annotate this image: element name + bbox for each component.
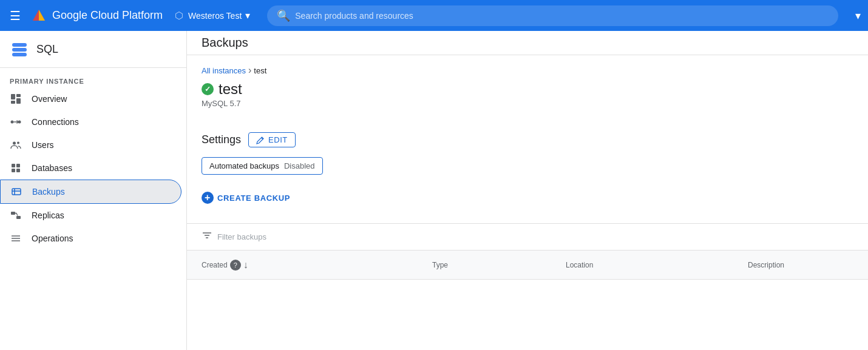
svg-rect-14: [12, 169, 15, 172]
search-bar[interactable]: 🔍: [267, 5, 838, 26]
table-area: Filter backups Created ? ↓ Type Location…: [187, 223, 868, 280]
svg-rect-12: [12, 164, 15, 167]
breadcrumb: All instances › test: [202, 65, 853, 76]
sidebar-item-label-connections: Connections: [32, 117, 79, 127]
hamburger-menu-icon[interactable]: ☰: [7, 6, 23, 25]
pill-label-automated-backups: Automated backups: [209, 161, 279, 170]
sidebar-item-label-backups: Backups: [32, 187, 65, 197]
sidebar-product-title: SQL: [36, 43, 58, 56]
instance-status-icon: [202, 83, 214, 95]
th-location: Location: [566, 261, 748, 269]
filter-bar[interactable]: Filter backups: [187, 224, 868, 251]
svg-rect-1: [12, 48, 27, 52]
breadcrumb-current: test: [254, 66, 266, 75]
svg-rect-15: [16, 169, 20, 172]
th-help-icon[interactable]: ?: [230, 260, 241, 271]
nav-app-title: Google Cloud Platform: [52, 9, 163, 22]
instance-name: test: [219, 81, 242, 98]
sidebar-item-label-overview: Overview: [32, 94, 67, 104]
svg-point-10: [13, 142, 16, 145]
sidebar-section-label: PRIMARY INSTANCE: [0, 68, 186, 87]
svg-rect-5: [16, 98, 21, 104]
sidebar-item-connections[interactable]: Connections: [0, 110, 181, 133]
th-description-label: Description: [748, 261, 784, 269]
users-icon: [10, 140, 22, 150]
breadcrumb-parent-link[interactable]: All instances: [202, 66, 246, 75]
gcp-logo-icon: [30, 7, 47, 24]
sidebar-item-label-users: Users: [32, 140, 54, 150]
svg-rect-19: [11, 212, 15, 215]
instance-version: MySQL 5.7: [202, 99, 853, 108]
sidebar: SQL PRIMARY INSTANCE Overview Connection…: [0, 31, 187, 350]
th-created-label: Created: [202, 261, 228, 269]
content-header: All instances › test test MySQL 5.7: [187, 55, 868, 123]
sidebar-item-label-operations: Operations: [32, 234, 73, 243]
svg-rect-3: [11, 94, 15, 99]
svg-point-11: [17, 142, 19, 144]
project-selector[interactable]: ⬡ Westeros Test ▾: [175, 10, 250, 21]
search-icon: 🔍: [277, 9, 290, 22]
main-layout: SQL PRIMARY INSTANCE Overview Connection…: [0, 31, 868, 350]
create-backup-button[interactable]: + CREATE BACKUP: [202, 187, 290, 209]
sql-logo-icon: [10, 39, 29, 59]
sidebar-item-replicas[interactable]: Replicas: [0, 204, 181, 227]
svg-rect-4: [16, 94, 21, 97]
nav-logo-area: Google Cloud Platform: [30, 7, 163, 24]
sidebar-item-overview[interactable]: Overview: [0, 87, 181, 110]
svg-rect-2: [12, 53, 27, 56]
filter-placeholder: Filter backups: [217, 232, 266, 241]
th-description: Description: [748, 261, 853, 269]
operations-icon: [10, 233, 22, 244]
section-title-row: Settings EDIT: [202, 132, 853, 147]
search-input[interactable]: [295, 11, 829, 21]
svg-rect-13: [16, 164, 20, 167]
pill-value-automated-backups: Disabled: [284, 161, 315, 170]
th-created: Created ? ↓: [202, 260, 432, 271]
sidebar-item-databases[interactable]: Databases: [0, 156, 181, 180]
svg-rect-16: [12, 189, 21, 195]
svg-point-7: [11, 121, 14, 124]
connections-icon: [10, 116, 22, 127]
edit-icon: [256, 136, 265, 144]
settings-section: Settings EDIT Automated backups Disabled: [187, 123, 868, 218]
instance-title-row: test: [202, 81, 853, 98]
svg-rect-0: [12, 43, 27, 47]
top-nav: ☰ Google Cloud Platform ⬡ Westeros Test …: [0, 0, 868, 31]
create-backup-icon: +: [202, 192, 214, 204]
sidebar-item-label-databases: Databases: [32, 163, 72, 173]
sidebar-item-users[interactable]: Users: [0, 133, 181, 156]
project-dropdown-icon: ▾: [245, 10, 250, 21]
sidebar-header: SQL: [0, 31, 186, 68]
th-type: Type: [432, 261, 566, 269]
backups-icon: [10, 186, 22, 197]
main-content: Backups All instances › test test MySQL …: [187, 31, 868, 350]
sidebar-item-backups[interactable]: Backups: [0, 180, 181, 204]
th-location-label: Location: [566, 261, 593, 269]
project-name: Westeros Test: [188, 11, 242, 21]
th-sort-icon[interactable]: ↓: [243, 260, 248, 271]
sidebar-item-operations[interactable]: Operations: [0, 227, 181, 250]
edit-button-label: EDIT: [268, 135, 288, 144]
create-backup-label: CREATE BACKUP: [217, 194, 290, 203]
svg-rect-6: [11, 101, 15, 104]
databases-icon: [10, 163, 22, 173]
replicas-icon: [10, 210, 22, 221]
edit-button[interactable]: EDIT: [248, 132, 296, 147]
settings-pills: Automated backups Disabled: [202, 157, 853, 175]
expand-icon[interactable]: ▾: [855, 9, 861, 22]
filter-icon: [202, 230, 212, 244]
table-header: Created ? ↓ Type Location Description: [187, 251, 868, 280]
page-title: Backups: [187, 31, 868, 55]
svg-rect-20: [16, 216, 21, 219]
overview-icon: [10, 93, 22, 104]
breadcrumb-separator: ›: [248, 65, 251, 76]
sidebar-item-label-replicas: Replicas: [32, 210, 64, 220]
automated-backups-pill: Automated backups Disabled: [202, 157, 323, 175]
th-type-label: Type: [432, 261, 448, 269]
section-title: Settings: [202, 133, 241, 146]
